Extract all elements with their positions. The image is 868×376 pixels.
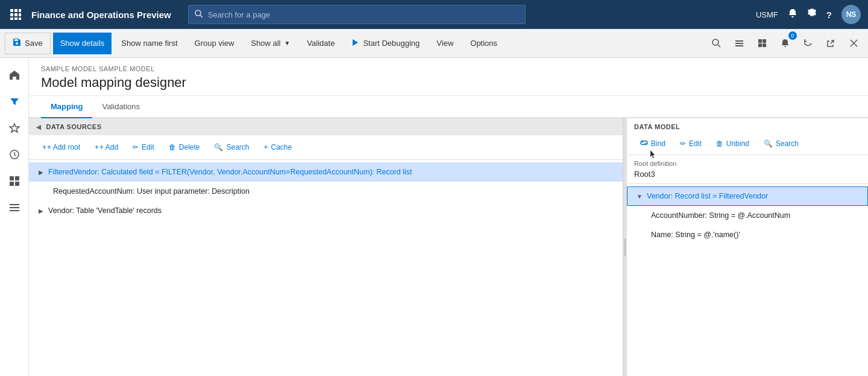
cache-button[interactable]: + Cache (258, 139, 298, 156)
svg-rect-16 (735, 45, 743, 46)
svg-rect-20 (763, 43, 766, 47)
cursor-indicator (647, 150, 659, 159)
expand-filtered-vendor-icon[interactable]: ▶ (36, 167, 46, 177)
show-details-button[interactable]: Show details (53, 33, 112, 54)
content-area: SAMPLE MODEL SAMPLE MODEL Model mapping … (29, 58, 868, 376)
svg-rect-27 (10, 182, 14, 186)
svg-rect-0 (10, 9, 13, 12)
unbind-button[interactable]: 🗑 Unbind (710, 135, 755, 152)
tab-mapping[interactable]: Mapping (41, 96, 92, 118)
unbind-icon: 🗑 (716, 139, 723, 148)
share-button[interactable] (821, 34, 840, 53)
collapse-vendor-record-icon[interactable]: ▼ (635, 191, 644, 201)
save-icon (13, 38, 21, 48)
root-definition-label: Root definition (634, 160, 861, 167)
view-button[interactable]: View (429, 33, 461, 54)
svg-rect-1 (14, 9, 17, 12)
sidebar-item-workspace[interactable] (2, 169, 27, 193)
save-button[interactable]: Save (5, 33, 51, 54)
dm-item-name[interactable]: Name: String = @.'name()' (627, 225, 868, 244)
edit-dm-icon: ✏ (680, 139, 686, 148)
svg-rect-19 (758, 43, 762, 47)
edit-ds-button[interactable]: ✏ Edit (127, 139, 160, 156)
search-dm-button[interactable]: 🔍 Search (758, 135, 805, 152)
edit-icon: ✏ (133, 143, 139, 151)
dm-item-account-number[interactable]: AccountNumber: String = @.AccountNum (627, 206, 868, 225)
svg-rect-14 (735, 40, 743, 42)
svg-point-12 (712, 39, 719, 45)
global-search[interactable] (188, 5, 526, 24)
app-title: Finance and Operations Preview (31, 10, 171, 20)
edit-dm-button[interactable]: ✏ Edit (674, 135, 708, 152)
validate-button[interactable]: Validate (300, 33, 342, 54)
refresh-button[interactable] (798, 34, 817, 53)
help-icon[interactable]: ? (826, 10, 832, 20)
search-icon (195, 10, 203, 20)
bind-icon (640, 139, 648, 148)
sidebar-item-recent[interactable] (2, 142, 27, 167)
group-view-button[interactable]: Group view (187, 33, 242, 54)
data-model-toolbar: Bind ✏ Edit 🗑 Unbind (627, 133, 868, 155)
options-button[interactable]: Options (463, 33, 505, 54)
search-input[interactable] (208, 10, 519, 19)
user-avatar[interactable]: NS (841, 5, 861, 24)
data-model-header: DATA MODEL (627, 118, 868, 133)
sidebar-item-home[interactable] (2, 63, 27, 87)
data-sources-toolbar: + + Add root + + Add ✏ Edit 🗑 Delete (29, 135, 623, 160)
svg-marker-11 (353, 39, 358, 46)
svg-rect-31 (10, 210, 19, 211)
show-all-button[interactable]: Show all ▼ (244, 33, 297, 54)
sidebar-item-favorites[interactable] (2, 116, 27, 140)
svg-rect-17 (758, 39, 762, 43)
svg-rect-26 (15, 176, 19, 180)
tree-item-requested-account-num[interactable]: RequestedAccountNum: User input paramete… (29, 182, 623, 201)
sidebar-item-filter[interactable] (2, 89, 27, 113)
settings-icon[interactable] (807, 8, 817, 21)
svg-rect-29 (10, 204, 19, 205)
search-ds-button[interactable]: 🔍 Search (208, 139, 255, 156)
bell-icon[interactable] (788, 8, 797, 21)
personalize-button[interactable] (729, 34, 749, 53)
tree-item-vendor[interactable]: ▶ Vendor: Table 'VendTable' records (29, 201, 623, 220)
close-button[interactable] (844, 34, 863, 53)
add-button[interactable]: + + Add (89, 139, 124, 156)
svg-rect-4 (14, 13, 17, 16)
environment-label: USMF (756, 10, 778, 19)
add-icon: + (95, 143, 99, 151)
svg-rect-7 (14, 18, 17, 20)
tab-validations[interactable]: Validations (92, 96, 149, 118)
collapse-icon[interactable]: ◀ (36, 124, 42, 130)
svg-line-13 (718, 45, 720, 47)
page-title: Model mapping designer (41, 75, 856, 91)
sidebar-item-list[interactable] (2, 196, 27, 220)
tree-item-filtered-vendor[interactable]: ▶ FilteredVendor: Calculated field = FIL… (29, 162, 623, 182)
svg-line-10 (200, 15, 203, 18)
toolbar-search-button[interactable] (706, 34, 726, 53)
svg-rect-2 (19, 9, 21, 12)
top-nav-bar: Finance and Operations Preview USMF ? NS (0, 0, 868, 29)
main-layout: SAMPLE MODEL SAMPLE MODEL Model mapping … (0, 58, 868, 376)
svg-rect-8 (19, 18, 21, 20)
search-dm-icon: 🔍 (764, 139, 773, 148)
svg-rect-6 (10, 18, 13, 20)
data-sources-content: ▶ FilteredVendor: Calculated field = FIL… (29, 160, 623, 376)
root-definition-section: Root definition Root3 (627, 155, 868, 184)
svg-rect-30 (10, 207, 19, 208)
plus-icon: + (42, 143, 46, 151)
dm-item-vendor-record[interactable]: ▼ Vendor: Record list = FilteredVendor (627, 186, 868, 206)
designer-area: ◀ DATA SOURCES + + Add root + + Add ✏ Ed… (29, 118, 868, 376)
delete-icon: 🗑 (169, 143, 176, 151)
svg-rect-25 (10, 176, 14, 180)
view-mode-button[interactable] (752, 34, 772, 53)
grid-icon[interactable] (7, 6, 24, 23)
svg-rect-3 (10, 13, 13, 16)
start-debugging-button[interactable]: Start Debugging (344, 33, 427, 54)
add-root-button[interactable]: + + Add root (36, 139, 86, 156)
expand-vendor-icon[interactable]: ▶ (36, 206, 46, 215)
svg-rect-15 (735, 43, 743, 44)
show-name-first-button[interactable]: Show name first (114, 33, 184, 54)
bind-button[interactable]: Bind (634, 135, 671, 152)
data-sources-panel: ◀ DATA SOURCES + + Add root + + Add ✏ Ed… (29, 118, 623, 376)
delete-button[interactable]: 🗑 Delete (163, 139, 206, 156)
action-toolbar: Save Show details Show name first Group … (0, 29, 868, 58)
